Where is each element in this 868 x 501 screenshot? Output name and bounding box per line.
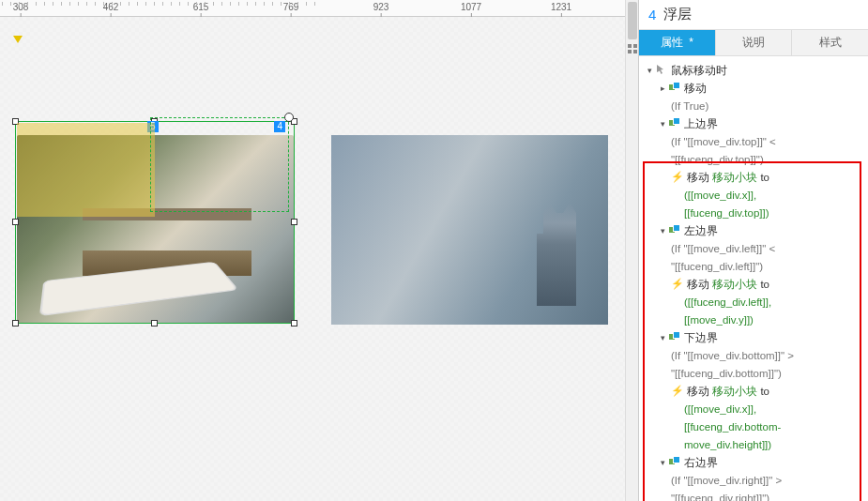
move-icon <box>668 223 681 236</box>
condition-text: "[[fuceng_div.left]]") <box>671 259 763 275</box>
condition-text: (If True) <box>671 99 708 114</box>
move-icon <box>668 81 681 94</box>
tree-node-event[interactable]: ▾ 鼠标移动时 <box>645 62 866 80</box>
node-label: 右边界 <box>684 455 718 471</box>
tab-label: 属性 <box>661 36 683 49</box>
move-icon <box>668 116 681 129</box>
node-label: 下边界 <box>684 330 718 346</box>
mouse-icon <box>655 63 668 76</box>
condition-text: "[[fuceng_div.top]]") <box>671 152 764 168</box>
condition-text: (If "[[move_div.bottom]]" > <box>671 348 794 364</box>
canvas-area[interactable]: 5 4 <box>0 17 638 501</box>
tree-node-param: ([[move_div.x]], <box>645 187 866 205</box>
tree-node-condition: (If "[[move_div.left]]" < <box>645 240 866 258</box>
castle-graphic <box>524 203 589 306</box>
canvas-pane[interactable]: 308 462 615 769 923 1077 1231 5 <box>0 0 638 501</box>
svg-rect-0 <box>628 44 632 48</box>
condition-text: (If "[[move_div.top]]" < <box>671 134 776 150</box>
move-icon <box>668 330 681 343</box>
bolt-icon <box>671 277 684 290</box>
condition-text: "[[fuceng_div.bottom]]") <box>671 366 782 382</box>
action-text: 移动 移动小块 to <box>687 277 769 293</box>
node-label: 左边界 <box>684 223 718 239</box>
tree-node-condition: "[[fuceng_div.top]]") <box>645 151 866 169</box>
tab-style[interactable]: 样式 <box>792 30 868 55</box>
action-text: 移动 移动小块 to <box>687 170 769 186</box>
svg-rect-3 <box>633 50 637 53</box>
caret-right-icon[interactable]: ▸ <box>658 81 667 97</box>
tree-node-param: move_div.height]]) <box>645 436 866 454</box>
scrollbar-vertical[interactable] <box>625 0 638 501</box>
action-text: 移动 移动小块 to <box>687 384 769 400</box>
resize-handle-bm[interactable] <box>151 320 158 326</box>
panel-tabs: 属性 * 说明 样式 <box>639 30 868 56</box>
tab-notes[interactable]: 说明 <box>716 30 793 55</box>
tab-properties[interactable]: 属性 * <box>639 30 716 55</box>
tree-node-condition: (If "[[move_div.top]]" < <box>645 133 866 151</box>
condition-text: (If "[[move_div.left]]" < <box>671 241 775 257</box>
selection-inner[interactable]: 4 <box>150 117 289 212</box>
tree-node-condition: (If True) <box>645 98 866 115</box>
tree-node-param: ([[move_div.x]], <box>645 401 866 418</box>
tree-node-case-right[interactable]: ▾ 右边界 <box>645 454 866 472</box>
tree-node-condition: (If "[[move_div.right]]" > <box>645 472 866 490</box>
rotate-handle[interactable] <box>284 113 294 122</box>
caret-down-icon[interactable]: ▾ <box>658 116 667 132</box>
preview-image[interactable] <box>331 135 608 325</box>
ruler-horizontal: 308 462 615 769 923 1077 1231 <box>0 0 638 17</box>
tree-node-condition: "[[fuceng_div.bottom]]") <box>645 365 866 383</box>
caret-down-icon[interactable]: ▾ <box>658 330 667 346</box>
tree-node-case-top[interactable]: ▾ 上边界 <box>645 115 866 133</box>
tree-node-condition: (If "[[move_div.bottom]]" > <box>645 347 866 365</box>
scrollbar-thumb[interactable] <box>628 2 637 39</box>
tree-node-action[interactable]: 移动 移动小块 to <box>645 383 866 401</box>
guide-marker-icon[interactable] <box>13 36 23 43</box>
tree-node-action[interactable]: 移动 移动小块 to <box>645 276 866 294</box>
caret-down-icon[interactable]: ▾ <box>658 223 667 239</box>
node-label: 上边界 <box>684 116 718 132</box>
resize-handle-mr[interactable] <box>291 219 297 225</box>
svg-rect-1 <box>633 44 637 48</box>
condition-text: "[[fuceng_div.right]]") <box>671 491 769 501</box>
caret-down-icon[interactable]: ▾ <box>658 455 667 471</box>
panel-header: 4 浮层 <box>639 0 868 30</box>
bolt-icon <box>671 384 684 397</box>
highlight-overlay[interactable] <box>17 123 155 217</box>
selection-badge: 4 <box>274 121 285 132</box>
ruler-tick: 1231 <box>551 2 571 12</box>
bolt-icon <box>671 170 684 183</box>
node-label: 鼠标移动时 <box>671 63 727 79</box>
tab-dirty-marker: * <box>689 36 693 49</box>
caret-down-icon[interactable]: ▾ <box>645 63 654 79</box>
svg-rect-2 <box>628 50 632 53</box>
panel-title: 浮层 <box>663 6 692 23</box>
tree-node-action[interactable]: 移动 移动小块 to <box>645 169 866 187</box>
tree-node-case-left[interactable]: ▾ 左边界 <box>645 222 866 240</box>
ruler-minor-ticks <box>0 2 319 6</box>
tree-node-param: ([[fuceng_div.left]], <box>645 294 866 311</box>
tree-node-condition: "[[fuceng_div.left]]") <box>645 258 866 276</box>
tree-node-case-bottom[interactable]: ▾ 下边界 <box>645 329 866 347</box>
interaction-tree[interactable]: ▾ 鼠标移动时 ▸ 移动 (If True) ▾ 上边界 (If "[[move… <box>639 56 868 501</box>
tree-node-condition: "[[fuceng_div.right]]") <box>645 490 866 501</box>
related-items-icon[interactable] <box>627 43 638 54</box>
inspector-panel: 4 浮层 属性 * 说明 样式 ▾ 鼠标移动时 ▸ 移动 (If True) ▾ <box>638 0 868 501</box>
condition-text: (If "[[move_div.right]]" > <box>671 473 782 489</box>
tree-node-case[interactable]: ▸ 移动 <box>645 80 866 98</box>
ruler-tick: 1077 <box>461 2 481 12</box>
panel-index: 4 <box>648 7 656 23</box>
resize-handle-br[interactable] <box>291 320 297 326</box>
move-icon <box>668 455 681 468</box>
node-label: 移动 <box>684 81 707 97</box>
ruler-tick: 923 <box>373 2 389 12</box>
tree-node-param: [[fuceng_div.top]]) <box>645 205 866 222</box>
resize-handle-ml[interactable] <box>12 219 19 225</box>
resize-handle-bl[interactable] <box>12 320 19 326</box>
tree-node-param: [[fuceng_div.bottom- <box>645 418 866 436</box>
tree-node-param: [[move_div.y]]) <box>645 311 866 329</box>
